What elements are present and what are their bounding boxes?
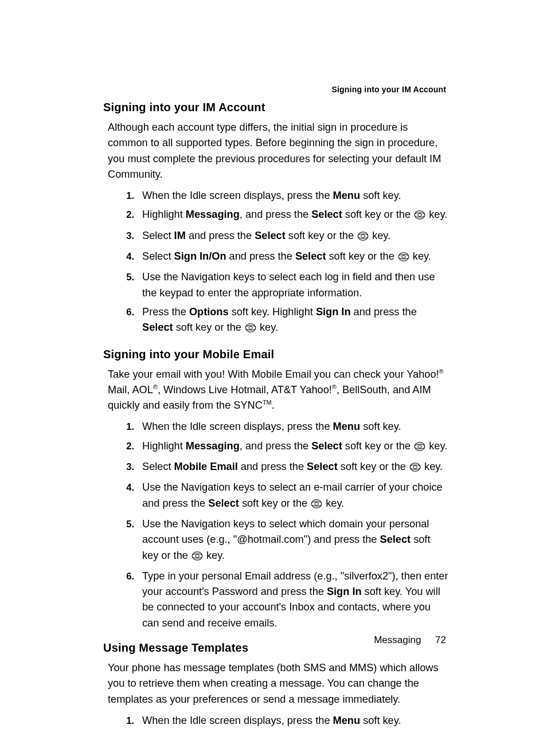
intro-mobile-email: Take your email with you! With Mobile Em… [108,367,445,414]
step-text: Use the Navigation keys to select an e-m… [142,480,450,513]
step-number: 2. [103,438,142,454]
step-number: 2. [103,207,142,222]
steps-im-account: 1. When the Idle screen displays, press … [103,188,450,337]
intro-templates: Your phone has message templates (both S… [108,660,445,707]
ok-key-icon [414,209,425,224]
step-text: Type in your personal Email address (e.g… [142,569,450,631]
ok-key-icon [398,250,409,266]
intro-im-account: Although each account type differs, the … [108,120,445,182]
step-number: 3. [103,228,142,244]
footer-chapter: Messaging [374,634,421,645]
ok-key-icon [414,440,425,456]
step-text: When the Idle screen displays, press the… [142,419,450,434]
running-header: Signing into your IM Account [331,85,446,94]
manual-page: Signing into your IM Account Signing int… [0,0,547,756]
list-item: 4. Select Sign In/On and press the Selec… [103,249,450,266]
step-text: Highlight Messaging, and press the Selec… [142,438,450,456]
step-number: 5. [103,516,142,532]
ok-key-icon [192,550,203,565]
step-text: Select Mobile Email and press the Select… [142,459,450,476]
ok-key-icon [409,461,421,476]
step-text: Select Sign In/On and press the Select s… [142,249,450,266]
list-item: 1. When the Idle screen displays, press … [103,188,450,203]
ok-key-icon [311,498,322,513]
list-item: 2. Highlight Messaging, and press the Se… [103,207,450,224]
list-item: 1. When the Idle screen displays, press … [103,419,450,434]
step-text: When the Idle screen displays, press the… [142,188,450,203]
list-item: 6. Press the Options soft key. Highlight… [103,304,450,338]
step-number: 6. [103,304,142,320]
step-number: 1. [103,419,142,434]
list-item: 4. Use the Navigation keys to select an … [103,480,450,513]
page-footer: Messaging 72 [374,634,446,646]
step-text: When the Idle screen displays, press the… [142,713,450,728]
steps-mobile-email: 1. When the Idle screen displays, press … [103,419,450,631]
step-text: Use the Navigation keys to select each l… [142,269,450,301]
list-item: 3. Select IM and press the Select soft k… [103,228,450,245]
step-number: 1. [103,713,142,728]
step-text: Use the Navigation keys to select which … [142,516,450,565]
step-number: 3. [103,459,142,475]
heading-im-account: Signing into your IM Account [103,101,450,114]
step-number: 4. [103,480,142,495]
step-text: Press the Options soft key. Highlight Si… [142,304,450,338]
list-item: 2. Highlight Messaging, and press the Se… [103,438,450,456]
step-text: Highlight Messaging, and press the Selec… [142,207,450,224]
ok-key-icon [245,322,256,337]
list-item: 3. Select Mobile Email and press the Sel… [103,459,450,476]
list-item: 5. Use the Navigation keys to select whi… [103,516,450,565]
ok-key-icon [357,230,369,245]
step-number: 1. [103,188,142,203]
step-number: 5. [103,269,142,285]
step-number: 6. [103,569,142,584]
step-number: 4. [103,249,142,264]
heading-mobile-email: Signing into your Mobile Email [103,348,450,361]
list-item: 6. Type in your personal Email address (… [103,569,450,631]
list-item: 1. When the Idle screen displays, press … [103,713,450,728]
steps-templates: 1. When the Idle screen displays, press … [103,713,450,728]
step-text: Select IM and press the Select soft key … [142,228,450,245]
footer-page-number: 72 [435,634,446,645]
list-item: 5. Use the Navigation keys to select eac… [103,269,450,301]
